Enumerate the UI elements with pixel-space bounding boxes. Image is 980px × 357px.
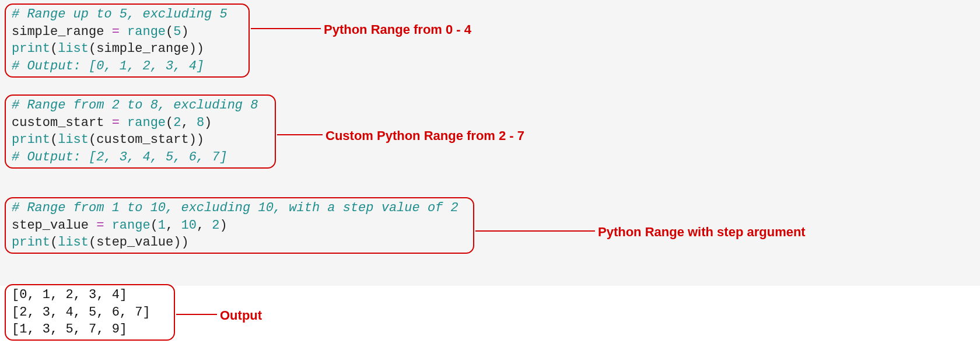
label-simple-range: Python Range from 0 - 4 [324,21,471,38]
code-op: = [112,24,120,39]
code-var: custom_start [12,116,104,130]
output-line-1: [0, 1, 2, 3, 4] [12,288,127,302]
label-custom-range: Custom Python Range from 2 - 7 [326,127,524,145]
comment-output-simple: # Output: [0, 1, 2, 3, 4] [12,59,204,74]
label-step-range: Python Range with step argument [598,223,806,241]
comment-output-custom: # Output: [2, 3, 4, 5, 6, 7] [12,150,228,164]
code-block-custom-start: # Range from 2 to 8, excluding 8 custom_… [5,94,276,169]
code-print: print [12,41,50,56]
connector-output [176,314,217,315]
code-block-step-range: # Range from 1 to 10, excluding 10, with… [5,197,474,254]
code-op: = [112,116,120,130]
output-block: [0, 1, 2, 3, 4] [2, 3, 4, 5, 6, 7] [1, 3… [5,284,175,341]
code-var: simple_range [12,24,104,39]
code-print: print [12,235,50,250]
comment-step: # Range from 1 to 10, excluding 10, with… [12,201,459,215]
code-var: step_value [12,218,89,233]
code-print: print [12,132,50,147]
code-op: = [96,218,104,233]
connector-custom [277,134,323,135]
output-line-2: [2, 3, 4, 5, 6, 7] [12,305,150,320]
comment-simple: # Range up to 5, excluding 5 [12,7,228,22]
code-call: range [127,116,166,130]
connector-step [475,230,595,232]
code-call: range [112,218,150,233]
output-line-3: [1, 3, 5, 7, 9] [12,322,127,337]
connector-simple [251,28,321,29]
code-call: range [127,24,166,39]
label-output: Output [220,307,262,324]
comment-custom: # Range from 2 to 8, excluding 8 [12,98,258,113]
code-block-simple-range: # Range up to 5, excluding 5 simple_rang… [5,4,250,78]
